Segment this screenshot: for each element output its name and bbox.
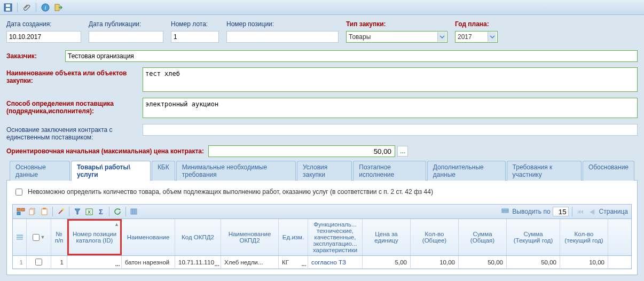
type-value: Товары bbox=[349, 33, 371, 41]
columns-icon[interactable] bbox=[129, 207, 139, 216]
tab-7[interactable]: Требования к участнику bbox=[507, 161, 582, 181]
col-qtyy[interactable]: Кол-во (текущий год) bbox=[560, 219, 608, 255]
tab-4[interactable]: Условия закупки bbox=[297, 161, 352, 181]
price-label: Ориентировочная начальная (максимальная)… bbox=[6, 147, 204, 155]
col-func[interactable]: Функциональ... технические, качественные… bbox=[308, 219, 363, 255]
tab-3[interactable]: Минимальные необходимые требования bbox=[176, 161, 296, 181]
paste-icon[interactable] bbox=[40, 207, 49, 216]
info-icon[interactable]: i bbox=[41, 3, 50, 12]
table-row[interactable]: 1 1 ... батон нарезной 10.71.11.110... Х… bbox=[13, 256, 631, 269]
tab-1[interactable]: Товары\ работы\ услуги bbox=[71, 161, 151, 181]
col-sumy[interactable]: Сумма (Текущий год) bbox=[507, 219, 560, 255]
col-np[interactable]: № п/п bbox=[51, 219, 67, 255]
svg-rect-6 bbox=[17, 208, 20, 211]
grid-settings-icon[interactable] bbox=[500, 207, 510, 216]
col-nokpd[interactable]: Наименование ОКПД2 bbox=[221, 219, 279, 255]
sigma-icon[interactable]: Σ bbox=[96, 207, 106, 216]
svg-rect-12 bbox=[43, 208, 46, 209]
lot-input[interactable] bbox=[171, 31, 219, 43]
objname-input[interactable]: тест хлеб bbox=[143, 67, 638, 92]
method-label: Способ определения поставщика (подрядчик… bbox=[6, 100, 114, 115]
svg-rect-10 bbox=[29, 209, 34, 215]
goods-grid: ▼ № п/п Номер позиции каталога (ID)▲ Наи… bbox=[12, 219, 632, 269]
page-size-input[interactable] bbox=[553, 207, 569, 216]
chevron-down-icon[interactable] bbox=[488, 32, 496, 42]
cell-qty: 10,00 bbox=[411, 256, 459, 268]
svg-text:X: X bbox=[88, 209, 91, 215]
svg-text:i: i bbox=[44, 4, 46, 11]
svg-rect-8 bbox=[17, 212, 20, 215]
tab-0[interactable]: Основные данные bbox=[10, 161, 70, 181]
svg-rect-25 bbox=[17, 239, 23, 240]
tree-expand-icon[interactable] bbox=[16, 207, 26, 216]
col-okpd[interactable]: Код ОКПД2 bbox=[175, 219, 221, 255]
cell-func[interactable]: согласно ТЗ bbox=[308, 256, 363, 268]
year-select[interactable]: 2017 bbox=[455, 31, 498, 43]
prev-page-icon[interactable]: ◀ bbox=[587, 207, 597, 216]
published-label: Дата публикации: bbox=[89, 20, 163, 28]
customer-input[interactable] bbox=[65, 50, 638, 62]
pos-input[interactable] bbox=[226, 31, 339, 43]
tab-5[interactable]: Поэтапное исполнение bbox=[353, 161, 426, 181]
price-input[interactable] bbox=[208, 145, 395, 157]
cell-checkbox[interactable] bbox=[27, 256, 51, 268]
select-all-checkbox[interactable] bbox=[33, 234, 40, 241]
tab-2[interactable]: КБК bbox=[152, 161, 175, 181]
cannot-determine-label: Невозможно определить количество товара,… bbox=[28, 188, 433, 196]
tab-6[interactable]: Дополнительные данные bbox=[427, 161, 506, 181]
published-input[interactable] bbox=[89, 31, 163, 43]
price-lookup-button[interactable]: ... bbox=[397, 146, 408, 157]
cell-unit[interactable]: КГ... bbox=[279, 256, 308, 268]
type-select[interactable]: Товары bbox=[346, 31, 447, 43]
pos-label: Номер позиции: bbox=[226, 20, 339, 28]
basis-label: Основание заключения контракта с единств… bbox=[6, 126, 113, 141]
copy-icon[interactable] bbox=[28, 207, 37, 216]
lot-label: Номер лота: bbox=[171, 20, 219, 28]
exit-icon[interactable] bbox=[53, 3, 63, 12]
tab-8[interactable]: Обоснование bbox=[583, 161, 634, 181]
cell-np: 1 bbox=[51, 256, 67, 268]
svg-rect-1 bbox=[6, 4, 10, 7]
chevron-down-icon[interactable] bbox=[437, 32, 446, 42]
lookup-icon[interactable]: ... bbox=[115, 261, 120, 267]
refresh-icon[interactable] bbox=[113, 207, 122, 216]
svg-rect-19 bbox=[133, 209, 135, 214]
col-menu[interactable] bbox=[13, 219, 27, 255]
col-unit[interactable]: Ед.изм. bbox=[279, 219, 308, 255]
filter-icon[interactable] bbox=[73, 207, 82, 216]
col-qty[interactable]: Кол-во (Общее) bbox=[411, 219, 459, 255]
cannot-determine-checkbox[interactable] bbox=[15, 189, 22, 196]
svg-rect-2 bbox=[6, 8, 10, 11]
cell-id[interactable]: ... bbox=[67, 256, 122, 268]
svg-rect-22 bbox=[502, 211, 508, 213]
attach-icon[interactable] bbox=[22, 3, 32, 12]
grid-header: ▼ № п/п Номер позиции каталога (ID)▲ Наи… bbox=[13, 219, 631, 256]
col-name[interactable]: Наименование bbox=[122, 219, 175, 255]
first-page-icon[interactable]: ⏮ bbox=[576, 207, 585, 216]
method-input[interactable]: электронный аукцион bbox=[143, 98, 638, 118]
tab-pane-goods: Невозможно определить количество товара,… bbox=[6, 181, 638, 275]
excel-icon[interactable]: X bbox=[84, 207, 94, 216]
cell-nokpd: Хлеб недли... bbox=[221, 256, 279, 268]
svg-rect-5 bbox=[55, 4, 59, 11]
created-label: Дата создания: bbox=[6, 20, 81, 28]
lookup-icon[interactable]: ... bbox=[301, 261, 307, 267]
col-checkbox[interactable]: ▼ bbox=[27, 219, 51, 255]
year-label: Год плана: bbox=[455, 20, 498, 28]
col-catalog-id[interactable]: Номер позиции каталога (ID)▲ bbox=[67, 219, 122, 255]
pager-label: Выводить по bbox=[512, 208, 550, 215]
created-input[interactable] bbox=[6, 31, 81, 43]
col-price[interactable]: Цена за единицу bbox=[363, 219, 411, 255]
cell-sumy: 50,00 bbox=[507, 256, 560, 268]
lookup-icon[interactable]: ... bbox=[214, 261, 219, 267]
cell-price: 5,00 bbox=[363, 256, 411, 268]
svg-rect-23 bbox=[17, 235, 23, 236]
row-checkbox[interactable] bbox=[35, 259, 42, 266]
cell-rownum: 1 bbox=[13, 256, 27, 268]
basis-input[interactable] bbox=[143, 124, 638, 136]
col-sum[interactable]: Сумма (Общая) bbox=[459, 219, 507, 255]
save-icon[interactable] bbox=[3, 3, 13, 12]
wand-icon[interactable] bbox=[56, 207, 66, 216]
cell-okpd[interactable]: 10.71.11.110... bbox=[175, 256, 221, 268]
main-toolbar: i bbox=[0, 0, 644, 15]
